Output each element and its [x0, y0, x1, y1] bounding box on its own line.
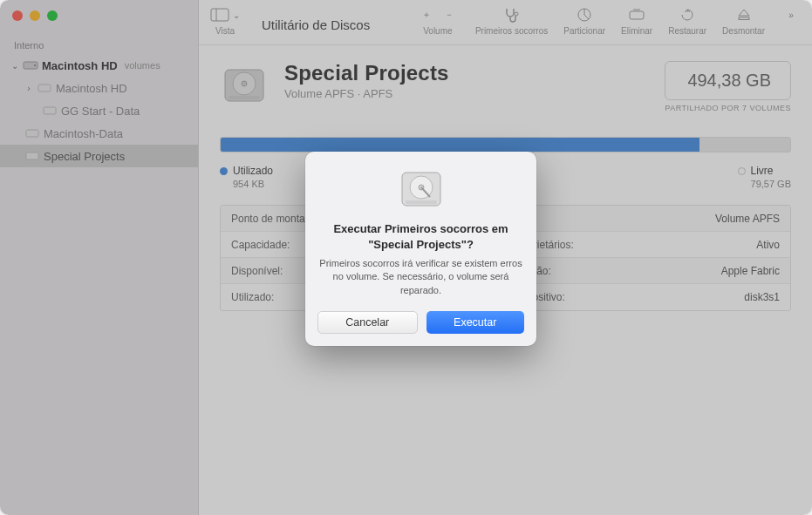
execute-button[interactable]: Executar: [426, 311, 525, 334]
dialog-title: Executar Primeiros socorros em "Special …: [317, 221, 524, 252]
disk-utility-window: Interno ⌄ Macintosh HD volumes › Macinto…: [0, 0, 812, 515]
cancel-button[interactable]: Cancelar: [317, 311, 418, 334]
firstaid-dialog: Executar Primeiros socorros em "Special …: [305, 152, 536, 346]
dialog-body: Primeiros socorros irá verificar se exis…: [317, 257, 524, 297]
svg-rect-20: [406, 200, 437, 204]
disk-dialog-icon: [395, 166, 447, 214]
